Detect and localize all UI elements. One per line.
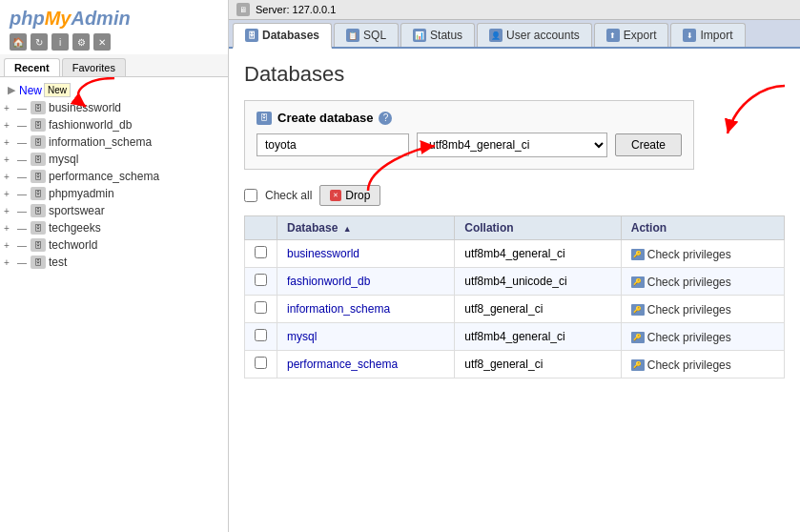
sidebar-tree: ▶ New New + — 🗄 businessworld + [0,77,228,532]
table-row: businessworld utf8mb4_general_ci 🔑 Check… [245,240,785,268]
row-db-name: performance_schema [277,351,455,379]
db-link-fashionworld[interactable]: fashionworld_db [49,118,132,132]
col-action: Action [621,216,784,240]
db-item-performance-schema[interactable]: + — 🗄 performance_schema [0,168,228,185]
row-checkbox[interactable] [255,301,267,314]
db-link-techgeeks[interactable]: techgeeks [49,221,101,235]
db-name-link[interactable]: information_schema [287,302,390,316]
create-db-title-icon: 🗄 [256,112,272,125]
db-item-sportswear[interactable]: + — 🗄 sportswear [0,202,228,219]
create-db-wrapper: 🗄 Create database ? utf8mb4_general_ci u… [244,100,785,185]
db-name-input[interactable] [256,133,409,156]
db-link-phpmyadmin[interactable]: phpmyadmin [49,187,114,200]
db-link-sportswear[interactable]: sportswear [49,204,105,217]
check-privileges-link[interactable]: 🔑 Check privileges [631,358,731,372]
recent-tab[interactable]: Recent [4,58,60,76]
table-row: fashionworld_db utf8mb4_unicode_ci 🔑 Che… [245,268,785,296]
check-privileges-link[interactable]: 🔑 Check privileges [631,331,731,344]
db-link-information-schema[interactable]: information_schema [49,135,152,149]
check-all-checkbox[interactable] [244,189,257,202]
export-tab-icon: ⬆ [606,29,620,42]
row-collation: utf8_general_ci [455,296,621,323]
row-db-name: businessworld [277,240,455,268]
dash-icon: — [17,257,31,268]
dash-icon: — [17,103,31,113]
db-link-businessworld[interactable]: businessworld [49,101,121,114]
exit-icon[interactable]: ✕ [93,33,111,51]
row-checkbox[interactable] [255,274,267,286]
check-privileges-link[interactable]: 🔑 Check privileges [631,303,731,317]
expand-icon: + [4,103,17,113]
tab-export-label: Export [624,29,657,42]
db-controls: Check all ✕ Drop [244,185,785,206]
check-all-label: Check all [265,189,312,202]
create-db-button[interactable]: Create [615,133,682,156]
new-link-text[interactable]: New [19,84,42,97]
phpmyadmin-logo: phpMyAdmin [10,8,218,30]
db-item-phpmyadmin[interactable]: + — 🗄 phpmyadmin [0,185,228,202]
new-db-link[interactable]: ▶ New New [0,81,228,99]
db-item-test[interactable]: + — 🗄 test [0,254,228,271]
db-name-link[interactable]: performance_schema [287,358,398,371]
help-icon[interactable]: ? [379,112,392,125]
tab-databases[interactable]: 🗄 Databases [233,23,332,49]
expand-icon: + [4,154,17,165]
db-item-techgeeks[interactable]: + — 🗄 techgeeks [0,219,228,236]
db-icon: 🗄 [31,153,46,166]
db-link-performance-schema[interactable]: performance_schema [49,170,159,183]
info-icon[interactable]: i [51,33,69,51]
db-link-test[interactable]: test [49,256,67,269]
db-item-fashionworld[interactable]: + — 🗄 fashionworld_db [0,116,228,133]
favorites-tab[interactable]: Favorites [62,58,126,76]
expand-icon: + [4,223,17,234]
check-privileges-link[interactable]: 🔑 Check privileges [631,248,731,261]
col-checkbox [245,216,277,240]
db-name-link[interactable]: businessworld [287,247,359,260]
row-checkbox[interactable] [255,329,267,341]
db-icon: 🗄 [31,118,46,132]
refresh-icon[interactable]: ↻ [31,33,48,51]
db-link-techworld[interactable]: techworld [49,238,97,252]
red-arrow-create [708,81,800,157]
collation-select[interactable]: utf8mb4_general_ci utf8mb4_unicode_ci ut… [417,133,607,157]
sidebar: phpMyAdmin 🏠 ↻ i ⚙ ✕ Recent Favorites ▶ … [0,0,229,532]
user-tab-icon: 👤 [489,29,503,42]
check-privileges-icon: 🔑 [631,332,645,343]
row-action: 🔑 Check privileges [621,240,784,268]
table-row: mysql utf8mb4_general_ci 🔑 Check privile… [245,323,785,351]
db-name-link[interactable]: mysql [287,330,317,343]
db-item-mysql[interactable]: + — 🗄 mysql [0,151,228,168]
db-icon: 🗄 [31,101,46,114]
db-icon: 🗄 [31,256,46,269]
db-name-link[interactable]: fashionworld_db [287,275,370,288]
check-privileges-link[interactable]: 🔑 Check privileges [631,276,731,289]
db-item-techworld[interactable]: + — 🗄 techworld [0,236,228,254]
db-item-information-schema[interactable]: + — 🗄 information_schema [0,133,228,151]
settings-icon[interactable]: ⚙ [72,33,90,51]
row-checkbox-cell [245,351,277,379]
tab-import[interactable]: ⬇ Import [670,23,745,47]
tab-sql-label: SQL [363,29,386,42]
db-icon: 🗄 [31,135,46,149]
tab-status[interactable]: 📊 Status [400,23,475,47]
sidebar-tab-bar: Recent Favorites [0,54,228,77]
expand-icon: + [4,137,17,148]
row-checkbox[interactable] [255,357,267,369]
server-bar: 🖥 Server: 127.0.0.1 [229,0,800,20]
drop-button[interactable]: ✕ Drop [319,185,380,206]
col-database[interactable]: Database ▲ [277,216,455,240]
server-label: Server: 127.0.0.1 [256,4,336,15]
tab-user-accounts[interactable]: 👤 User accounts [477,23,592,47]
tab-export[interactable]: ⬆ Export [594,23,669,47]
row-action: 🔑 Check privileges [621,351,784,379]
tab-sql[interactable]: 📋 SQL [334,23,399,47]
nav-tab-bar: 🗄 Databases 📋 SQL 📊 Status 👤 User accoun… [229,20,800,49]
home-icon[interactable]: 🏠 [10,33,27,51]
status-tab-icon: 📊 [413,29,426,42]
row-checkbox[interactable] [255,246,267,258]
db-item-businessworld[interactable]: + — 🗄 businessworld [0,99,228,116]
dash-icon: — [17,120,31,131]
row-collation: utf8mb4_general_ci [455,240,621,268]
db-link-mysql[interactable]: mysql [49,153,78,166]
create-db-header: 🗄 Create database ? [256,111,682,125]
